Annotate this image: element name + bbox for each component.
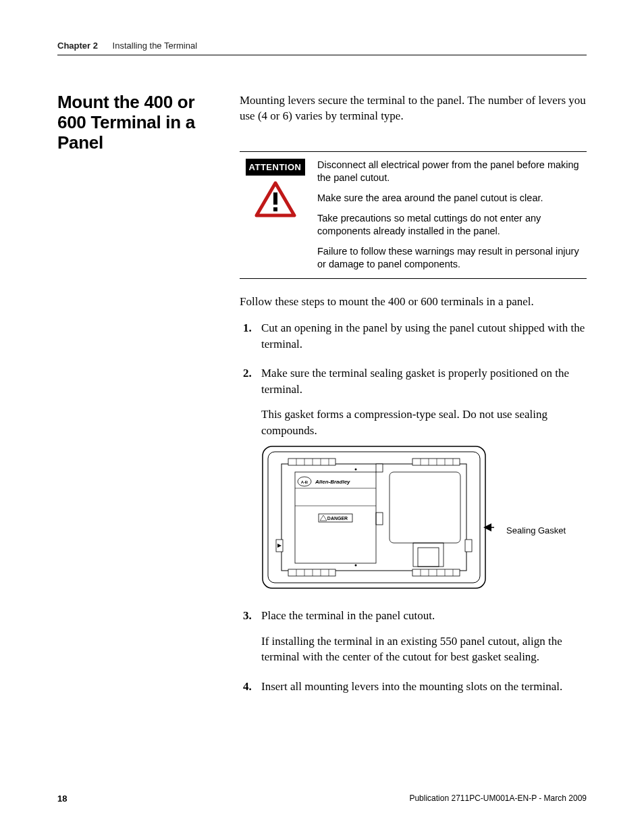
chapter-title: Installing the Terminal [113,41,198,51]
svg-point-45 [355,565,357,567]
sealing-gasket-callout: Sealing Gasket [506,525,566,537]
svg-marker-40 [320,515,327,521]
step-1: Cut an opening in the panel by using the… [240,320,587,352]
svg-rect-32 [465,540,472,552]
attention-label: ATTENTION [246,159,305,176]
brand-text: Allen-Bradley [315,479,350,485]
svg-rect-34 [376,464,383,472]
svg-rect-12 [412,459,460,465]
content-columns: Mount the 400 or 600 Terminal in a Panel… [57,93,587,708]
publication-id: Publication 2711PC-UM001A-EN-P - March 2… [409,793,587,804]
page-footer: 18 Publication 2711PC-UM001A-EN-P - Marc… [57,793,587,804]
page: Chapter 2 Installing the Terminal Mount … [0,0,644,834]
lead-paragraph: Follow these steps to mount the 400 or 6… [240,294,587,309]
step-2-note: This gasket forms a compression-type sea… [261,407,587,438]
side-heading: Mount the 400 or 600 Terminal in a Panel [57,93,240,153]
terminal-figure: A·B Allen-Bradley DANGER [261,445,587,594]
attention-box: ATTENTION Disconnect all electrical powe… [240,151,587,279]
running-header: Chapter 2 Installing the Terminal [57,41,587,55]
attention-text: Disconnect all electrical power from the… [311,159,587,271]
chapter-number: Chapter 2 [57,41,98,51]
step-2: Make sure the terminal sealing gasket is… [240,365,587,594]
svg-rect-3 [263,446,485,588]
intro-paragraph: Mounting levers secure the terminal to t… [240,93,587,124]
step-3: Place the terminal in the panel cutout. … [240,608,587,664]
step-1-text: Cut an opening in the panel by using the… [261,321,585,350]
svg-rect-33 [376,513,383,525]
svg-point-44 [355,469,357,471]
svg-rect-41 [390,472,460,543]
svg-rect-18 [288,569,336,576]
warning-icon [254,181,296,217]
steps-list: Cut an opening in the panel by using the… [240,320,587,694]
step-2-text: Make sure the terminal sealing gasket is… [261,367,569,395]
attention-p2: Make sure the area around the panel cuto… [317,192,587,205]
step-3-text: Place the terminal in the panel cutout. [261,609,435,622]
attention-p1: Disconnect all electrical power from the… [317,159,587,185]
step-4-text: Insert all mounting levers into the moun… [261,680,562,693]
step-4: Insert all mounting levers into the moun… [240,679,587,694]
attention-left: ATTENTION [240,159,311,271]
page-number: 18 [57,793,67,804]
svg-rect-2 [273,207,277,211]
terminal-diagram: A·B Allen-Bradley DANGER [261,445,494,590]
attention-p3: Take precautions so metal cuttings do no… [317,212,587,238]
svg-rect-1 [273,192,277,205]
svg-rect-24 [412,569,460,576]
svg-rect-43 [418,548,439,567]
attention-p4: Failure to follow these warnings may res… [317,245,587,271]
step-3-note: If installing the terminal in an existin… [261,633,587,665]
ab-badge: A·B [301,480,308,484]
danger-label: DANGER [327,516,348,521]
svg-rect-6 [288,459,336,465]
body-column: Mounting levers secure the terminal to t… [240,93,587,708]
